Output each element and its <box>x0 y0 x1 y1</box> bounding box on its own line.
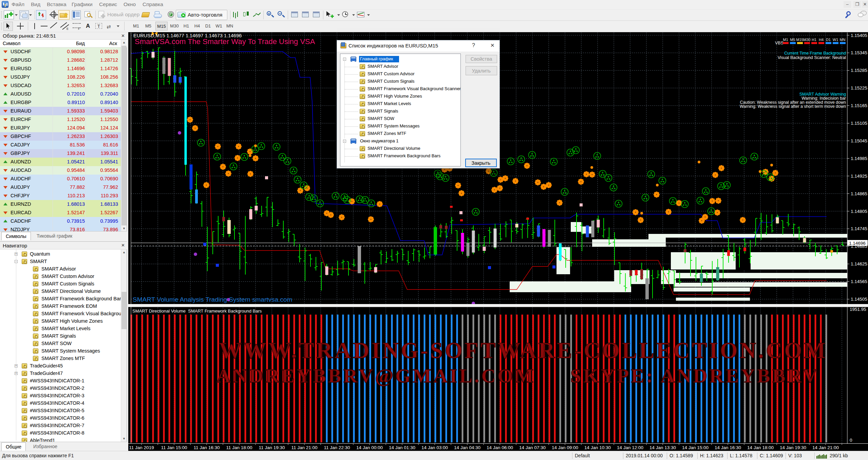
svg-text:M1: M1 <box>783 38 788 42</box>
svg-text:14 Jan 19:30: 14 Jan 19:30 <box>780 445 806 450</box>
svg-text:SMART Directional Volume SMAR: SMART Directional Volume SMART Framework… <box>132 308 262 314</box>
svg-text:14 Jan 13:30: 14 Jan 13:30 <box>649 445 676 450</box>
svg-text:1.15225: 1.15225 <box>851 85 867 91</box>
svg-text:VBS: VBS <box>775 41 784 45</box>
svg-text:SMART Volume Analysis Trading: SMART Volume Analysis Trading System sma… <box>133 296 292 303</box>
svg-text:14 Jan 04:30: 14 Jan 04:30 <box>454 445 480 450</box>
svg-text:1.14985: 1.14985 <box>851 156 867 161</box>
svg-text:H1: H1 <box>812 38 816 42</box>
svg-text:1.15405: 1.15405 <box>851 33 867 38</box>
svg-text:14 Jan 18:00: 14 Jan 18:00 <box>747 445 774 450</box>
svg-text:1.14745: 1.14745 <box>851 226 867 231</box>
svg-text:1.14565: 1.14565 <box>851 279 867 284</box>
svg-text:1.14505: 1.14505 <box>851 297 867 302</box>
svg-text:1951.95: 1951.95 <box>850 307 866 312</box>
svg-text:W1: W1 <box>833 38 838 42</box>
svg-text:Current Time Frame Background: Current Time Frame Background <box>784 51 846 56</box>
svg-text:11 Jan 15:00: 11 Jan 15:00 <box>161 445 187 450</box>
svg-text:1.15165: 1.15165 <box>851 103 867 108</box>
svg-text:14 Jan 12:00: 14 Jan 12:00 <box>617 445 643 450</box>
svg-text:1.14865: 1.14865 <box>851 191 867 196</box>
svg-text:14 Jan 15:00: 14 Jan 15:00 <box>682 445 709 450</box>
svg-text:MN: MN <box>839 38 845 42</box>
svg-text:14 Jan 21:00: 14 Jan 21:00 <box>812 445 839 450</box>
svg-text:11 Jan 2019: 11 Jan 2019 <box>129 445 154 450</box>
svg-text:1.15285: 1.15285 <box>851 68 867 73</box>
svg-text:0: 0 <box>850 438 852 443</box>
svg-text:14 Jan 01:30: 14 Jan 01:30 <box>389 445 415 450</box>
svg-text:1.14696: 1.14696 <box>849 241 866 246</box>
svg-text:SmartVSA.com The Smarter Way T: SmartVSA.com The Smarter Way To Trade Us… <box>135 37 315 46</box>
svg-text:11 Jan 21:00: 11 Jan 21:00 <box>291 445 317 450</box>
svg-text:1.15045: 1.15045 <box>851 138 867 143</box>
svg-text:Visual Background Scanner: Neu: Visual Background Scanner: Neutral <box>778 55 846 60</box>
svg-text:11 Jan 22:30: 11 Jan 22:30 <box>324 445 350 450</box>
svg-text:H4: H4 <box>819 38 824 42</box>
svg-text:14 Jan 09:00: 14 Jan 09:00 <box>552 445 578 450</box>
svg-text:1.15105: 1.15105 <box>851 121 867 126</box>
svg-text:11 Jan 16:30: 11 Jan 16:30 <box>193 445 220 450</box>
svg-text:14 Jan 07:30: 14 Jan 07:30 <box>519 445 546 450</box>
svg-text:14 Jan 16:30: 14 Jan 16:30 <box>715 445 741 450</box>
svg-text:14 Jan 00:00: 14 Jan 00:00 <box>356 445 383 450</box>
svg-text:WWW.TRADING-SOFTWARE-COLLECTIO: WWW.TRADING-SOFTWARE-COLLECTION.COM <box>219 338 827 363</box>
svg-text:14 Jan 03:00: 14 Jan 03:00 <box>421 445 448 450</box>
svg-text:1.14805: 1.14805 <box>851 209 867 214</box>
svg-text:Warning: Weakness signal after: Warning: Weakness signal after a short t… <box>740 104 846 109</box>
svg-text:11 Jan 18:00: 11 Jan 18:00 <box>226 445 252 450</box>
svg-text:M30: M30 <box>803 38 810 42</box>
svg-text:14 Jan 06:00: 14 Jan 06:00 <box>487 445 513 450</box>
svg-text:M5: M5 <box>790 38 795 42</box>
svg-text:14 Jan 10:30: 14 Jan 10:30 <box>584 445 611 450</box>
svg-text:ANDREYBBRV@GMAIL.COM SKYPE: ANDREYBBRV@GMAIL.COM SKYPE: ANDREYBBRV <box>216 365 819 387</box>
svg-text:M15: M15 <box>796 38 803 42</box>
svg-text:1.15345: 1.15345 <box>851 50 867 55</box>
svg-text:1.14625: 1.14625 <box>851 261 867 266</box>
svg-text:1.14925: 1.14925 <box>851 174 867 179</box>
svg-text:11 Jan 19:30: 11 Jan 19:30 <box>259 445 285 450</box>
svg-text:D1: D1 <box>826 38 831 42</box>
